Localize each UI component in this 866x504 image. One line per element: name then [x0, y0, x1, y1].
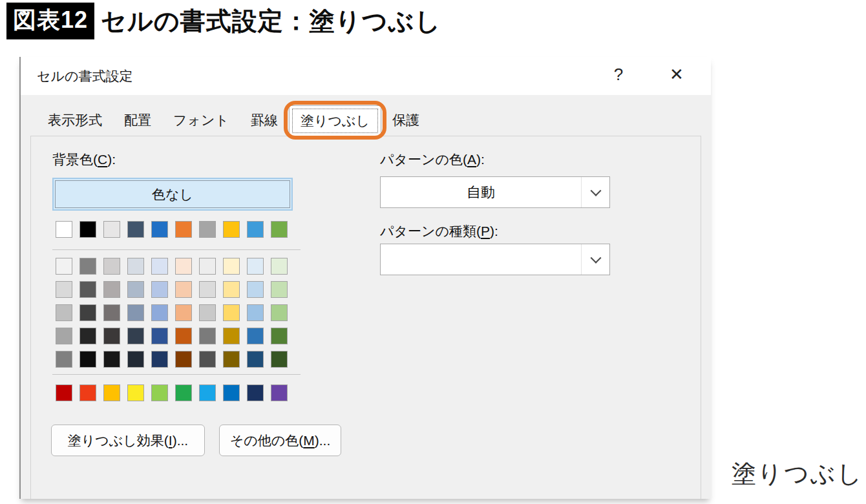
color-swatch[interactable] [175, 304, 192, 321]
variant-color-row [56, 281, 288, 298]
color-swatch[interactable] [103, 351, 120, 368]
color-swatch[interactable] [56, 384, 72, 401]
color-swatch[interactable] [151, 221, 168, 238]
color-swatch[interactable] [56, 351, 72, 368]
color-swatch[interactable] [103, 221, 120, 238]
pattern-color-dropdown[interactable]: 自動 [380, 176, 610, 208]
color-swatch[interactable] [56, 221, 72, 238]
color-swatch[interactable] [151, 258, 168, 275]
no-color-button[interactable]: 色なし [52, 178, 293, 211]
tab-fill[interactable]: 塗りつぶし [289, 105, 381, 136]
color-swatch[interactable] [247, 258, 264, 275]
color-swatch[interactable] [151, 328, 168, 344]
color-swatch[interactable] [223, 281, 240, 298]
color-swatch[interactable] [103, 328, 120, 344]
color-swatch[interactable] [79, 221, 96, 238]
color-swatch[interactable] [79, 304, 96, 321]
color-swatch[interactable] [247, 328, 264, 344]
chevron-down-icon [590, 185, 601, 196]
pattern-type-dropdown[interactable] [380, 244, 610, 275]
color-swatch[interactable] [56, 328, 72, 344]
color-swatch[interactable] [247, 351, 264, 368]
color-swatch[interactable] [271, 221, 288, 238]
color-swatch[interactable] [223, 221, 240, 238]
color-swatch[interactable] [56, 281, 72, 298]
color-swatch[interactable] [199, 328, 216, 344]
color-swatch[interactable] [151, 304, 168, 321]
color-swatch[interactable] [79, 384, 96, 401]
figure-caption: 塗りつぶし [732, 457, 863, 490]
color-swatch[interactable] [271, 258, 288, 275]
pattern-color-dropdown-arrow[interactable] [581, 177, 609, 207]
color-swatch[interactable] [247, 304, 264, 321]
dialog-title: セルの書式設定 [37, 67, 132, 85]
more-colors-button[interactable]: その他の色(M)... [219, 425, 341, 456]
color-swatch[interactable] [79, 258, 96, 275]
color-swatch[interactable] [151, 351, 168, 368]
color-swatch[interactable] [247, 281, 264, 298]
dialog-body: 表示形式 配置 フォント 罫線 塗りつぶし 保護 背景色(C): 色なし [21, 95, 711, 499]
tab-protection[interactable]: 保護 [381, 105, 430, 136]
format-cells-dialog: セルの書式設定 ? ✕ 表示形式 配置 フォント 罫線 塗りつぶし 保護 背景色… [19, 57, 711, 499]
color-swatch[interactable] [271, 328, 288, 344]
color-swatch[interactable] [175, 258, 192, 275]
tab-strip: 表示形式 配置 フォント 罫線 塗りつぶし 保護 [37, 105, 430, 136]
variant-color-row [56, 304, 288, 321]
color-swatch[interactable] [103, 384, 120, 401]
fill-tab-page: 背景色(C): 色なし 塗りつぶし効果(I)... その他の色(M)... [30, 136, 701, 499]
tab-alignment[interactable]: 配置 [113, 105, 162, 136]
color-swatch[interactable] [175, 221, 192, 238]
color-swatch[interactable] [127, 328, 144, 344]
color-swatch[interactable] [199, 281, 216, 298]
color-swatch[interactable] [223, 258, 240, 275]
color-swatch[interactable] [271, 351, 288, 368]
close-icon[interactable]: ✕ [664, 65, 690, 85]
color-swatch[interactable] [247, 384, 264, 401]
help-icon[interactable]: ? [606, 65, 631, 85]
color-swatch[interactable] [175, 351, 192, 368]
color-swatch[interactable] [199, 304, 216, 321]
standard-color-row [56, 384, 288, 401]
tab-border[interactable]: 罫線 [240, 105, 289, 136]
color-swatch[interactable] [199, 221, 216, 238]
color-swatch[interactable] [127, 258, 144, 275]
color-swatch[interactable] [79, 351, 96, 368]
no-color-button-label: 色なし [55, 180, 290, 208]
color-swatch[interactable] [223, 304, 240, 321]
color-swatch[interactable] [127, 304, 144, 321]
color-swatch[interactable] [199, 258, 216, 275]
variant-color-row [56, 258, 288, 275]
color-swatch[interactable] [79, 328, 96, 344]
color-swatch[interactable] [103, 281, 120, 298]
color-swatch[interactable] [271, 384, 288, 401]
color-swatch[interactable] [103, 304, 120, 321]
variant-color-row [56, 328, 288, 344]
color-swatch[interactable] [103, 258, 120, 275]
tab-number-format[interactable]: 表示形式 [37, 105, 113, 136]
color-swatch[interactable] [223, 328, 240, 344]
color-swatch[interactable] [127, 351, 144, 368]
fill-effects-button[interactable]: 塗りつぶし効果(I)... [51, 425, 205, 456]
color-swatch[interactable] [199, 384, 216, 401]
color-swatch[interactable] [175, 281, 192, 298]
color-swatch[interactable] [271, 304, 288, 321]
color-swatch[interactable] [223, 384, 240, 401]
color-swatch[interactable] [175, 384, 192, 401]
pattern-type-label: パターンの種類(P): [380, 222, 498, 240]
color-swatch[interactable] [223, 351, 240, 368]
color-swatch[interactable] [199, 351, 216, 368]
color-swatch[interactable] [247, 221, 264, 238]
color-swatch[interactable] [79, 281, 96, 298]
color-swatch[interactable] [271, 281, 288, 298]
color-swatch[interactable] [127, 221, 144, 238]
palette-divider [52, 249, 301, 250]
color-swatch[interactable] [56, 258, 72, 275]
tab-font[interactable]: フォント [162, 105, 240, 136]
color-swatch[interactable] [151, 281, 168, 298]
color-swatch[interactable] [56, 304, 72, 321]
pattern-type-dropdown-arrow[interactable] [581, 244, 609, 275]
color-swatch[interactable] [151, 384, 168, 401]
color-swatch[interactable] [127, 281, 144, 298]
color-swatch[interactable] [175, 328, 192, 344]
color-swatch[interactable] [127, 384, 144, 401]
